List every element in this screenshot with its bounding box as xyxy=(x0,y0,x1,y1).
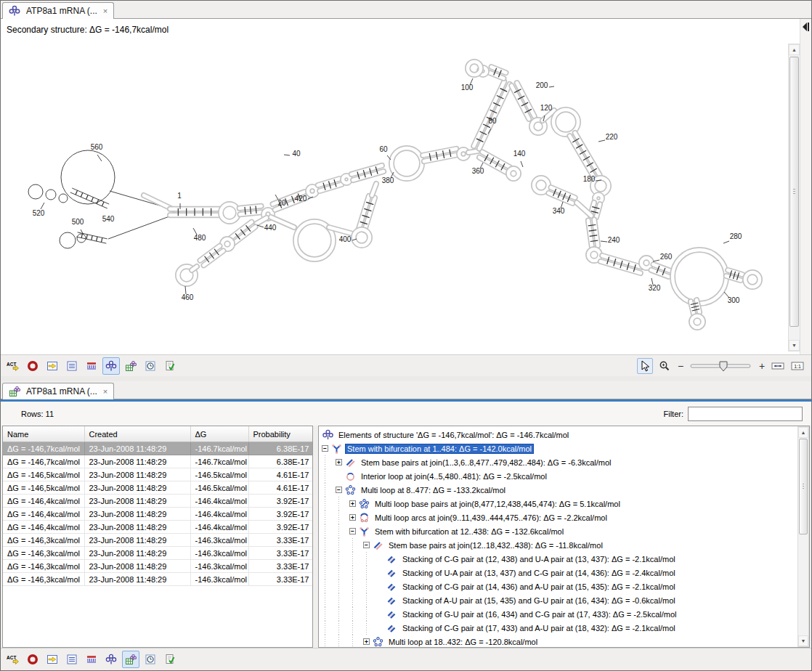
table-row[interactable]: ΔG = -146,5kcal/mol23-Jun-2008 11:48:29-… xyxy=(3,468,313,481)
toolbar-button-graphical-ruler-view[interactable] xyxy=(83,357,100,375)
table-row[interactable]: ΔG = -146,3kcal/mol23-Jun-2008 11:48:29-… xyxy=(3,534,313,547)
tree-guide xyxy=(336,511,349,524)
tree-item[interactable]: Elements of structure 'ΔG = -146,7kcal/m… xyxy=(322,428,797,442)
tree-item[interactable]: Stacking of U-A pair at (13, 437) and C-… xyxy=(322,566,797,580)
toolbar-button-history-view[interactable] xyxy=(142,357,159,375)
table-row[interactable]: ΔG = -146,3kcal/mol23-Jun-2008 11:48:29-… xyxy=(3,560,313,573)
toolbar-button-annotation-arrow-view[interactable] xyxy=(44,357,61,375)
toolbar-button-graphical-ruler-view[interactable] xyxy=(83,651,100,668)
position-label: 300 xyxy=(728,296,740,304)
toolbar-button-annotation-arrow-view[interactable] xyxy=(44,651,61,668)
tree-item-label: Stem base pairs at join(12..18,432..438)… xyxy=(386,540,605,550)
tree-expander-minus-icon[interactable]: − xyxy=(349,528,356,534)
tree-item[interactable]: Stacking of C-G pair at (14, 436) and A-… xyxy=(322,580,797,593)
toolbar-button-sequence-view[interactable]: ACT xyxy=(4,357,22,375)
filter-input[interactable] xyxy=(688,407,803,421)
tree-expander-plus-icon[interactable]: + xyxy=(349,514,356,521)
position-label: 20 xyxy=(277,199,286,207)
tree-expander-minus-icon[interactable]: − xyxy=(336,487,342,493)
side-panel-collapse-icon[interactable] xyxy=(801,21,811,33)
tree-item[interactable]: −Stem with bifurcation at 1..484: ΔG = -… xyxy=(322,442,797,455)
tree-item[interactable]: Stacking of C-G pair at (12, 438) and U-… xyxy=(322,552,797,566)
zoom-slider[interactable] xyxy=(689,359,754,373)
toolbar-button-element-info-view[interactable] xyxy=(161,651,179,668)
tree-item[interactable]: −Stem base pairs at join(12..18,432..438… xyxy=(322,538,797,552)
structure-table-panel: ATP8a1 mRNA (... × Rows: 11 Filter: Name… xyxy=(1,381,811,670)
tree-vertical-scrollbar[interactable]: ▲ ▼ xyxy=(797,426,809,647)
tree-guide xyxy=(322,635,336,647)
table-row[interactable]: ΔG = -146,3kcal/mol23-Jun-2008 11:48:29-… xyxy=(3,547,313,560)
column-header-name[interactable]: Name xyxy=(3,426,84,442)
toolbar-button-secondary-structure-view[interactable] xyxy=(102,357,120,375)
tree-expander-plus-icon[interactable]: + xyxy=(363,638,370,645)
scroll-up-icon[interactable]: ▲ xyxy=(789,44,800,55)
position-label: 200 xyxy=(536,81,548,89)
table-cell: -146.4kcal/mol xyxy=(190,495,248,508)
toolbar-button-structure-table-view[interactable] xyxy=(122,357,139,375)
scrollbar-thumb[interactable] xyxy=(799,439,808,534)
zoom-out-button[interactable]: − xyxy=(676,360,685,372)
tree-item[interactable]: +Multi loop arcs at join(9..11,439..444,… xyxy=(322,511,797,524)
scroll-up-icon[interactable]: ▲ xyxy=(798,427,808,438)
toolbar-button-element-info-view[interactable] xyxy=(161,357,179,375)
vertical-scrollbar[interactable]: ▲ ▼ xyxy=(788,44,800,351)
table-cell: 23-Jun-2008 11:48:29 xyxy=(84,481,190,495)
column-header-probability[interactable]: Probability xyxy=(248,426,313,442)
scrollbar-thumb[interactable] xyxy=(789,57,799,327)
tree-item[interactable]: Interior loop at join(4..5,480..481): ΔG… xyxy=(322,469,797,483)
tree-item[interactable]: −Stem with bifurcation at 12..438: ΔG = … xyxy=(322,524,797,538)
toolbar-button-circular-view[interactable] xyxy=(24,651,41,668)
tab-close-icon[interactable]: × xyxy=(103,7,107,15)
toolbar-button-sequence-view[interactable]: ACT xyxy=(4,651,22,668)
toolbar-button-text-view[interactable] xyxy=(63,357,81,375)
column-header-created[interactable]: Created xyxy=(84,426,190,442)
table-row[interactable]: ΔG = -146,7kcal/mol23-Jun-2008 11:48:29-… xyxy=(3,442,313,455)
tree-guide xyxy=(336,621,349,635)
zoom-tool-icon[interactable] xyxy=(657,358,673,374)
tree-item[interactable]: Stacking of C-G pair at (17, 433) and A-… xyxy=(322,621,797,635)
fit-width-icon[interactable] xyxy=(770,358,786,374)
toolbar-button-circular-view[interactable] xyxy=(24,357,41,375)
tree-expander-minus-icon[interactable]: − xyxy=(322,445,328,452)
tree-expander-minus-icon[interactable]: − xyxy=(363,542,370,548)
tree-expander-plus-icon[interactable]: + xyxy=(336,459,342,465)
scroll-down-icon[interactable]: ▼ xyxy=(789,340,800,351)
table-cell: 3.33E-17 xyxy=(248,547,313,560)
tree-guide xyxy=(336,524,349,538)
rna-structure-icon xyxy=(9,5,20,17)
tree-item[interactable]: +Multi loop base pairs at join(8,477,12,… xyxy=(322,497,797,511)
structure-elements-tree: Elements of structure 'ΔG = -146,7kcal/m… xyxy=(319,426,797,647)
tab-structure-table[interactable]: ATP8a1 mRNA (... × xyxy=(2,383,114,399)
table-row[interactable]: ΔG = -146,4kcal/mol23-Jun-2008 11:48:29-… xyxy=(3,521,313,534)
position-label: 100 xyxy=(461,84,474,92)
toolbar-button-structure-table-view[interactable] xyxy=(122,651,139,668)
tab-close-icon[interactable]: × xyxy=(103,387,107,396)
table-row[interactable]: ΔG = -146,5kcal/mol23-Jun-2008 11:48:29-… xyxy=(3,481,313,495)
table-row[interactable]: ΔG = -146,7kcal/mol23-Jun-2008 11:48:29-… xyxy=(3,455,313,468)
panel-splitter[interactable] xyxy=(1,376,811,381)
toolbar-button-secondary-structure-view[interactable] xyxy=(102,651,120,668)
tree-guide xyxy=(336,593,349,607)
table-tree-splitter[interactable] xyxy=(313,426,318,648)
table-cell: 23-Jun-2008 11:48:29 xyxy=(84,508,190,521)
zoom-in-button[interactable]: + xyxy=(758,360,766,372)
tree-guide xyxy=(363,552,377,566)
selection-cursor-icon[interactable] xyxy=(637,358,653,374)
table-row[interactable]: ΔG = -146,4kcal/mol23-Jun-2008 11:48:29-… xyxy=(3,508,313,521)
scroll-down-icon[interactable]: ▼ xyxy=(798,635,808,646)
tree-guide xyxy=(322,524,336,538)
tree-item[interactable]: +Multi loop at 18..432: ΔG = -120.8kcal/… xyxy=(322,635,797,647)
tree-item[interactable]: +Stem base pairs at join(1..3,6..8,477..… xyxy=(322,455,797,469)
column-header--g[interactable]: ΔG xyxy=(190,426,248,442)
tree-item[interactable]: Stacking of A-U pair at (15, 435) and G-… xyxy=(322,593,797,607)
tree-item[interactable]: −Multi loop at 8..477: ΔG = -133.2kcal/m… xyxy=(322,483,797,497)
table-row[interactable]: ΔG = -146,4kcal/mol23-Jun-2008 11:48:29-… xyxy=(3,495,313,508)
tab-structure-view[interactable]: ATP8a1 mRNA (... × xyxy=(2,2,114,19)
toolbar-button-history-view[interactable] xyxy=(142,651,159,668)
toolbar-button-text-view[interactable] xyxy=(63,651,81,668)
zoom-100-icon[interactable]: 1:1 xyxy=(789,358,805,374)
table-row[interactable]: ΔG = -146,3kcal/mol23-Jun-2008 11:48:29-… xyxy=(3,573,313,586)
table-cell: 23-Jun-2008 11:48:29 xyxy=(84,521,190,534)
tree-item[interactable]: Stacking of G-U pair at (16, 434) and C-… xyxy=(322,607,797,621)
tree-expander-plus-icon[interactable]: + xyxy=(349,500,356,507)
